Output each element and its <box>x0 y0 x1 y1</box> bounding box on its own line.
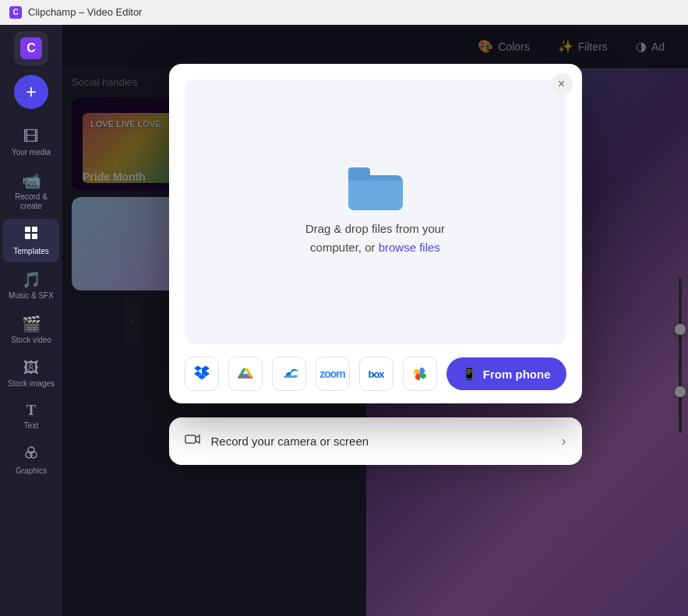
gdrive-button[interactable] <box>228 357 263 391</box>
modal-stack: × Drag & drop files from your computer, … <box>169 40 582 465</box>
logo-inner: C <box>20 37 42 59</box>
stock-images-icon: 🖼 <box>23 359 39 377</box>
svg-rect-3 <box>32 234 37 239</box>
music-icon: 🎵 <box>22 270 41 289</box>
sidebar-item-music[interactable]: 🎵 Music & SFX <box>3 264 59 307</box>
sidebar-item-label: Graphics <box>16 466 47 476</box>
from-phone-label: From phone <box>483 368 551 381</box>
phone-icon: 📱 <box>462 367 477 381</box>
stock-video-icon: 🎬 <box>22 315 41 333</box>
sidebar-item-record-create[interactable]: 📹 Record & create <box>3 165 59 217</box>
sidebar-item-label: Stock images <box>8 379 55 389</box>
drop-text: Drag & drop files from your computer, or… <box>305 220 445 257</box>
sidebar-item-label: Your media <box>12 148 51 157</box>
record-icon: 📹 <box>22 171 41 190</box>
sidebar: C + 🎞 Your media 📹 Record & create Templ… <box>0 25 62 616</box>
sidebar-item-stock-video[interactable]: 🎬 Stock video <box>3 308 59 351</box>
dropbox-button[interactable] <box>185 357 219 391</box>
svg-rect-0 <box>25 227 30 232</box>
add-button[interactable]: + <box>14 75 48 109</box>
sidebar-item-text[interactable]: T Text <box>3 396 59 437</box>
sidebar-item-label: Music & SFX <box>9 291 54 301</box>
modal-close-button[interactable]: × <box>551 73 573 95</box>
folder-front <box>348 181 403 210</box>
record-item-label: Record your camera or screen <box>211 435 551 448</box>
sidebar-item-your-media[interactable]: 🎞 Your media <box>3 121 59 164</box>
box-button[interactable]: box <box>359 357 393 391</box>
media-icon: 🎞 <box>23 128 39 146</box>
record-section: Record your camera or screen › <box>169 417 582 465</box>
from-phone-button[interactable]: 📱 From phone <box>446 357 566 390</box>
main-area: 🎨 Colors ✨ Filters ◑ Ad Social handles L… <box>62 25 688 616</box>
drop-zone[interactable]: Drag & drop files from your computer, or… <box>185 79 566 344</box>
chevron-right-icon: › <box>562 433 566 449</box>
svg-rect-2 <box>25 234 30 239</box>
browse-link[interactable]: browse files <box>379 241 440 254</box>
text-icon: T <box>26 403 36 419</box>
zoom-button[interactable]: zoom <box>316 357 350 391</box>
folder-icon <box>348 167 403 210</box>
sidebar-item-graphics[interactable]: Graphics <box>3 438 59 482</box>
svg-rect-1 <box>32 227 37 232</box>
sidebar-item-templates[interactable]: Templates <box>3 219 59 262</box>
title-bar: C Clipchamp – Video Editor <box>0 0 688 25</box>
graphics-icon <box>23 445 39 464</box>
app-title: Clipchamp – Video Editor <box>28 6 142 18</box>
sidebar-item-label: Record & create <box>6 192 56 211</box>
source-icons-row: zoom box <box>169 344 582 403</box>
record-camera-icon <box>185 431 200 451</box>
gphotos-button[interactable] <box>403 357 437 391</box>
svg-rect-7 <box>185 435 196 443</box>
app-icon: C <box>9 6 22 19</box>
onedrive-button[interactable] <box>272 357 306 391</box>
sidebar-item-label: Stock video <box>11 336 51 345</box>
sidebar-item-label: Text <box>24 421 38 431</box>
sidebar-logo: C <box>14 31 48 65</box>
upload-modal: × Drag & drop files from your computer, … <box>169 64 582 403</box>
record-camera-item[interactable]: Record your camera or screen › <box>169 417 582 465</box>
modal-overlay: × Drag & drop files from your computer, … <box>62 25 688 616</box>
sidebar-item-label: Templates <box>13 247 49 256</box>
sidebar-item-stock-images[interactable]: 🖼 Stock images <box>3 353 59 395</box>
templates-icon <box>23 225 39 245</box>
